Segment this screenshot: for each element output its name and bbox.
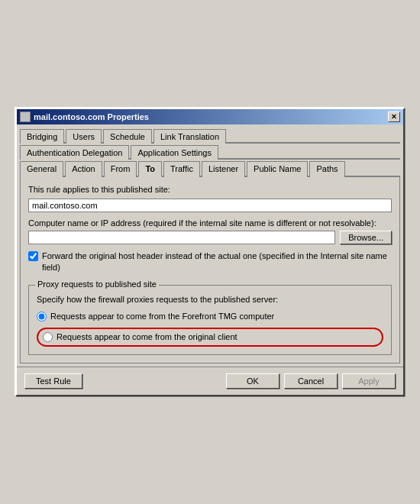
- group-title: Proxy requests to published site: [35, 279, 159, 289]
- cancel-button[interactable]: Cancel: [284, 373, 338, 389]
- radio-tmg[interactable]: [37, 312, 47, 321]
- tab-auth-delegation[interactable]: Authentication Delegation: [20, 145, 129, 160]
- tab-to[interactable]: To: [138, 161, 162, 177]
- radio-tmg-label: Requests appear to come from the Forefro…: [50, 312, 274, 321]
- tab-link-translation[interactable]: Link Translation: [153, 129, 226, 144]
- ip-label: Computer name or IP address (required if…: [28, 218, 392, 228]
- tab-action[interactable]: Action: [65, 161, 102, 177]
- tab-users[interactable]: Users: [66, 129, 102, 144]
- apply-button[interactable]: Apply: [342, 373, 396, 389]
- properties-window: mail.contoso.com Properties ✕ Bridging U…: [15, 108, 405, 396]
- site-label: This rule applies to this published site…: [28, 185, 392, 194]
- dialog-content: Bridging Users Schedule Link Translation…: [17, 124, 403, 367]
- browse-button[interactable]: Browse...: [340, 231, 392, 244]
- ip-input-row: Browse...: [28, 231, 392, 244]
- group-desc: Specify how the firewall proxies request…: [37, 295, 383, 304]
- forward-header-checkbox[interactable]: [28, 251, 38, 261]
- tab-panel: This rule applies to this published site…: [20, 177, 400, 363]
- tab-paths[interactable]: Paths: [309, 161, 344, 177]
- forward-header-label: Forward the original host header instead…: [42, 250, 392, 273]
- ip-input[interactable]: [28, 231, 335, 244]
- site-input[interactable]: [28, 199, 392, 212]
- tab-public-name[interactable]: Public Name: [247, 161, 308, 177]
- window-icon: [20, 111, 31, 122]
- close-button[interactable]: ✕: [388, 111, 400, 122]
- radio-row-1: Requests appear to come from the Forefro…: [37, 312, 383, 321]
- title-bar: mail.contoso.com Properties ✕: [17, 109, 403, 124]
- radio-original-client-label: Requests appear to come from the origina…: [57, 332, 237, 341]
- tab-app-settings[interactable]: Application Settings: [131, 145, 218, 160]
- tab-bridging[interactable]: Bridging: [20, 129, 64, 144]
- window-title: mail.contoso.com Properties: [34, 112, 149, 121]
- radio-original-client[interactable]: [43, 332, 53, 342]
- tab-schedule[interactable]: Schedule: [103, 129, 152, 144]
- proxy-group-box: Proxy requests to published site Specify…: [28, 285, 392, 355]
- test-rule-button[interactable]: Test Rule: [24, 373, 82, 389]
- checkbox-row: Forward the original host header instead…: [28, 250, 392, 273]
- ok-button[interactable]: OK: [226, 373, 279, 389]
- tab-row-3: General Action From To Traffic Listener …: [20, 160, 400, 177]
- title-bar-text: mail.contoso.com Properties: [20, 111, 149, 122]
- bottom-bar: Test Rule OK Cancel Apply: [17, 367, 403, 395]
- radio-highlight-row: Requests appear to come from the origina…: [37, 328, 383, 347]
- tab-row-1: Bridging Users Schedule Link Translation: [20, 128, 400, 144]
- tab-traffic[interactable]: Traffic: [163, 161, 200, 177]
- tab-row-2: Authentication Delegation Application Se…: [20, 144, 400, 160]
- tab-from[interactable]: From: [104, 161, 137, 177]
- tab-listener[interactable]: Listener: [202, 161, 245, 177]
- tab-general[interactable]: General: [20, 161, 63, 177]
